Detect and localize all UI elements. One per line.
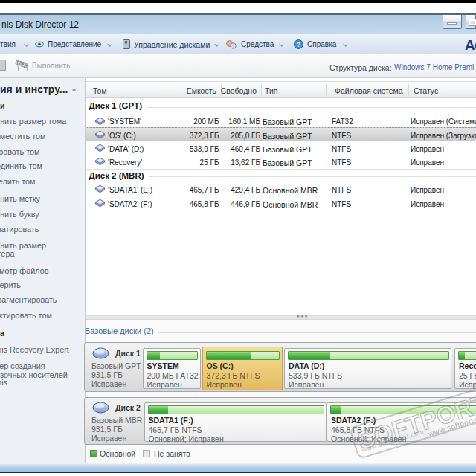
svg-text:?: ?: [297, 41, 301, 48]
